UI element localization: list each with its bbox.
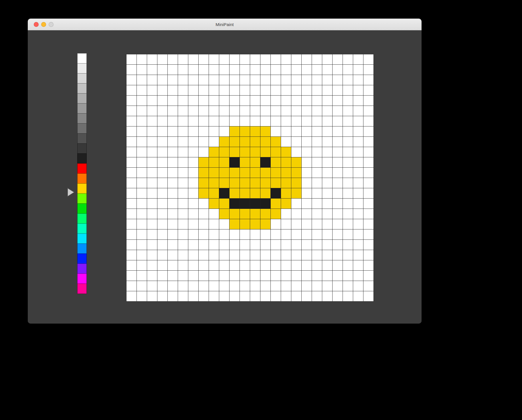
canvas-cell[interactable]	[312, 54, 322, 64]
canvas-cell[interactable]	[178, 271, 188, 281]
canvas-cell[interactable]	[271, 126, 281, 136]
canvas-cell[interactable]	[343, 168, 353, 178]
canvas-cell[interactable]	[240, 116, 250, 126]
canvas-cell[interactable]	[260, 281, 270, 291]
canvas-cell[interactable]	[178, 126, 188, 136]
canvas-cell[interactable]	[209, 240, 219, 250]
palette-swatch-20[interactable]	[77, 253, 87, 264]
canvas-cell[interactable]	[312, 137, 322, 147]
canvas-cell[interactable]	[312, 250, 322, 260]
canvas-cell[interactable]	[291, 229, 301, 239]
canvas-cell[interactable]	[209, 75, 219, 85]
palette-swatch-1[interactable]	[77, 63, 87, 74]
canvas-cell[interactable]	[137, 96, 147, 106]
canvas-cell[interactable]	[363, 219, 373, 229]
canvas-cell[interactable]	[240, 178, 250, 188]
canvas-cell[interactable]	[230, 260, 240, 270]
canvas-cell[interactable]	[353, 271, 363, 281]
palette-swatch-22[interactable]	[77, 274, 87, 284]
canvas-cell[interactable]	[250, 188, 260, 198]
canvas-cell[interactable]	[188, 137, 198, 147]
canvas-cell[interactable]	[147, 250, 157, 260]
canvas-cell[interactable]	[219, 116, 229, 126]
canvas-cell[interactable]	[219, 168, 229, 178]
canvas-cell[interactable]	[260, 260, 270, 270]
canvas-cell[interactable]	[322, 106, 332, 116]
canvas-cell[interactable]	[250, 271, 260, 281]
canvas-cell[interactable]	[353, 188, 363, 198]
canvas-cell[interactable]	[363, 209, 373, 219]
canvas-cell[interactable]	[126, 75, 137, 85]
canvas-cell[interactable]	[199, 75, 209, 85]
canvas-cell[interactable]	[126, 271, 137, 281]
canvas-cell[interactable]	[178, 240, 188, 250]
canvas-cell[interactable]	[260, 250, 270, 260]
canvas-cell[interactable]	[343, 281, 353, 291]
canvas-cell[interactable]	[322, 75, 332, 85]
canvas-cell[interactable]	[240, 147, 250, 157]
canvas-cell[interactable]	[188, 126, 198, 136]
canvas-cell[interactable]	[291, 116, 301, 126]
canvas-cell[interactable]	[230, 65, 240, 75]
canvas-cell[interactable]	[219, 54, 229, 64]
canvas-cell[interactable]	[230, 229, 240, 239]
canvas-cell[interactable]	[312, 240, 322, 250]
canvas-cell[interactable]	[126, 240, 137, 250]
canvas-cell[interactable]	[363, 137, 373, 147]
canvas-cell[interactable]	[312, 147, 322, 157]
canvas-cell[interactable]	[363, 65, 373, 75]
canvas-cell[interactable]	[209, 219, 219, 229]
canvas-cell[interactable]	[137, 250, 147, 260]
canvas-cell[interactable]	[188, 240, 198, 250]
zoom-button[interactable]	[49, 22, 54, 27]
canvas-cell[interactable]	[343, 209, 353, 219]
canvas-cell[interactable]	[126, 178, 137, 188]
canvas-cell[interactable]	[260, 219, 270, 229]
canvas-cell[interactable]	[219, 291, 229, 301]
canvas-cell[interactable]	[260, 188, 270, 198]
canvas-cell[interactable]	[333, 147, 343, 157]
canvas-cell[interactable]	[322, 240, 332, 250]
canvas-cell[interactable]	[302, 168, 312, 178]
canvas-cell[interactable]	[219, 137, 229, 147]
canvas-cell[interactable]	[312, 199, 322, 209]
canvas-cell[interactable]	[137, 219, 147, 229]
canvas-cell[interactable]	[353, 250, 363, 260]
canvas-cell[interactable]	[250, 199, 260, 209]
canvas-cell[interactable]	[199, 65, 209, 75]
canvas-cell[interactable]	[281, 240, 291, 250]
canvas-cell[interactable]	[291, 147, 301, 157]
canvas-cell[interactable]	[343, 137, 353, 147]
canvas-cell[interactable]	[312, 178, 322, 188]
canvas-cell[interactable]	[178, 157, 188, 167]
canvas-cell[interactable]	[126, 168, 137, 178]
canvas-cell[interactable]	[209, 126, 219, 136]
canvas-cell[interactable]	[157, 178, 167, 188]
canvas-cell[interactable]	[322, 147, 332, 157]
canvas-cell[interactable]	[302, 240, 312, 250]
canvas-cell[interactable]	[157, 188, 167, 198]
canvas-cell[interactable]	[147, 147, 157, 157]
canvas-cell[interactable]	[147, 85, 157, 95]
canvas-cell[interactable]	[271, 240, 281, 250]
canvas-cell[interactable]	[126, 137, 137, 147]
canvas-cell[interactable]	[353, 147, 363, 157]
canvas-cell[interactable]	[343, 157, 353, 167]
canvas-cell[interactable]	[188, 65, 198, 75]
canvas-cell[interactable]	[363, 75, 373, 85]
canvas-cell[interactable]	[157, 75, 167, 85]
canvas-cell[interactable]	[147, 271, 157, 281]
canvas-cell[interactable]	[219, 106, 229, 116]
close-button[interactable]	[34, 22, 39, 27]
canvas-cell[interactable]	[281, 250, 291, 260]
canvas-cell[interactable]	[363, 126, 373, 136]
canvas-cell[interactable]	[240, 271, 250, 281]
canvas-cell[interactable]	[230, 106, 240, 116]
palette-swatch-10[interactable]	[77, 153, 87, 164]
canvas-cell[interactable]	[240, 85, 250, 95]
canvas-cell[interactable]	[137, 229, 147, 239]
canvas-cell[interactable]	[250, 116, 260, 126]
canvas-cell[interactable]	[302, 178, 312, 188]
canvas-cell[interactable]	[353, 229, 363, 239]
canvas-cell[interactable]	[281, 188, 291, 198]
